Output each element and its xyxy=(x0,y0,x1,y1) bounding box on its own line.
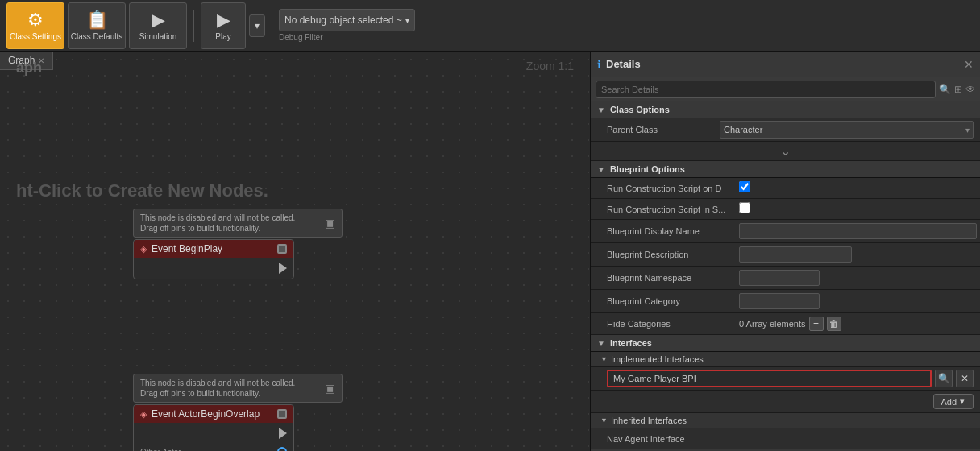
class-defaults-label: Class Defaults xyxy=(71,32,122,41)
array-value-hide-categories: 0 Array elements + 🗑 xyxy=(739,317,977,331)
implemented-interface-input[interactable] xyxy=(607,370,932,387)
add-interface-row: Add ▾ xyxy=(591,391,980,413)
simulation-icon: ▶ xyxy=(152,10,165,31)
prop-label-hide-categories: Hide Categories xyxy=(591,317,736,330)
blueprint-options-title: Blueprint Options xyxy=(610,164,685,174)
overlap-pin[interactable] xyxy=(277,447,287,451)
description-input[interactable] xyxy=(739,246,852,263)
implemented-interfaces-header[interactable]: ▼ Implemented Interfaces xyxy=(591,352,980,367)
blueprint-options-arrow: ▼ xyxy=(597,165,605,174)
prop-row-category: Blueprint Category xyxy=(591,290,980,313)
node-warning-overlap: This node is disabled and will not be ca… xyxy=(133,374,343,403)
class-defaults-button[interactable]: 📋 Class Defaults xyxy=(68,2,126,49)
prop-label-namespace: Blueprint Namespace xyxy=(591,271,736,284)
add-label: Add xyxy=(941,397,957,407)
prop-row-run-construction-2: Run Construction Script in S... xyxy=(591,199,980,220)
prop-row-display-name: Blueprint Display Name xyxy=(591,220,980,243)
node-warning-icon-2[interactable]: ▣ xyxy=(325,382,335,395)
prop-value-hide-categories: 0 Array elements + 🗑 xyxy=(736,315,980,333)
inherited-interfaces-header[interactable]: ▼ Inherited Interfaces xyxy=(591,413,980,428)
bp-node-2[interactable]: ◈ Event ActorBeginOverlap Other Actor xyxy=(133,404,294,451)
play-dropdown-button[interactable]: ▾ xyxy=(249,14,265,37)
event-icon-2: ◈ xyxy=(140,409,147,420)
play-button[interactable]: ▶ Play xyxy=(201,2,246,49)
debug-filter-text: No debug object selected ~ xyxy=(284,14,402,26)
node-title-1: Event BeginPlay xyxy=(152,243,222,254)
class-settings-icon: ⚙ xyxy=(27,10,44,31)
play-label: Play xyxy=(215,32,230,41)
run-construction-1-checkbox[interactable] xyxy=(739,181,750,192)
prop-row-namespace: Blueprint Namespace xyxy=(591,267,980,290)
prop-label-description: Blueprint Description xyxy=(591,248,736,261)
blueprint-node-beginplay: This node is disabled and will not be ca… xyxy=(133,209,343,279)
node-header-2: ◈ Event ActorBeginOverlap xyxy=(134,405,293,423)
details-search-bar: 🔍 ⊞ 👁 xyxy=(591,77,980,101)
class-settings-button[interactable]: ⚙ Class Settings xyxy=(6,2,64,49)
interfaces-title: Interfaces xyxy=(610,338,652,348)
parent-class-select-wrap: Character ▾ xyxy=(720,121,974,139)
interfaces-arrow: ▼ xyxy=(597,339,605,348)
class-options-section-header[interactable]: ▼ Class Options xyxy=(591,101,980,118)
grid-icon[interactable]: ⊞ xyxy=(954,84,962,95)
details-panel: ℹ Details ✕ 🔍 ⊞ 👁 ▼ Class Options Parent… xyxy=(590,52,980,451)
parent-class-label: Parent Class xyxy=(607,125,720,134)
eye-icon[interactable]: 👁 xyxy=(965,84,975,95)
debug-filter-dropdown[interactable]: No debug object selected ~ ▾ xyxy=(279,9,415,31)
class-settings-label: Class Settings xyxy=(10,32,61,41)
add-interface-button[interactable]: Add ▾ xyxy=(933,394,974,409)
exec-pin-out-2[interactable] xyxy=(279,428,287,439)
node-break-pin-2[interactable] xyxy=(277,409,287,419)
array-delete-button[interactable]: 🗑 xyxy=(827,317,841,331)
array-add-button[interactable]: + xyxy=(809,317,824,331)
prop-row-run-construction-1: Run Construction Script on D xyxy=(591,178,980,199)
details-body: ▼ Class Options Parent Class Character ▾… xyxy=(591,101,980,451)
prop-value-run-construction-1 xyxy=(736,180,980,197)
simulation-button[interactable]: ▶ Simulation xyxy=(129,2,187,49)
details-close-button[interactable]: ✕ xyxy=(964,58,974,71)
class-defaults-icon: 📋 xyxy=(86,10,108,31)
debug-filter-sub-label: Debug Filter xyxy=(279,33,322,42)
parent-class-dropdown-arrow: ▾ xyxy=(965,126,970,134)
parent-class-value: Character xyxy=(724,125,762,134)
node-warning-text-1: This node is disabled and will not be ca… xyxy=(140,213,325,234)
blueprint-node-actoroverlap: This node is disabled and will not be ca… xyxy=(133,374,343,451)
interface-delete-button[interactable]: ✕ xyxy=(956,370,974,387)
interfaces-section-header[interactable]: ▼ Interfaces xyxy=(591,335,980,352)
graph-area[interactable]: Graph ✕ aph Zoom 1:1 ht-Click to Create … xyxy=(0,52,590,451)
hint-text: ht-Click to Create New Nodes. xyxy=(16,180,268,201)
namespace-input[interactable] xyxy=(739,270,820,286)
node-footer-2: Other Actor xyxy=(134,444,293,451)
node-pin-area-2 xyxy=(134,423,293,444)
inherited-interfaces-title: Inherited Interfaces xyxy=(611,416,687,425)
node-warning-beginplay: This node is disabled and will not be ca… xyxy=(133,209,343,238)
graph-title: aph xyxy=(16,60,42,77)
node-title-2: Event ActorBeginOverlap xyxy=(152,408,260,420)
exec-pin-out-1[interactable] xyxy=(279,263,287,274)
implemented-interfaces-title: Implemented Interfaces xyxy=(611,354,704,364)
pin-label-other-actor: Other Actor xyxy=(140,448,181,452)
interface-search-button[interactable]: 🔍 xyxy=(935,370,953,387)
node-pin-area-1 xyxy=(134,258,293,279)
parent-class-select[interactable]: Character ▾ xyxy=(720,121,974,139)
details-search-input[interactable] xyxy=(596,81,936,98)
node-break-pin-1[interactable] xyxy=(277,244,287,254)
display-name-input[interactable] xyxy=(739,223,977,239)
run-construction-2-checkbox[interactable] xyxy=(739,202,750,213)
prop-label-run-construction-1: Run Construction Script on D xyxy=(591,182,736,195)
category-input[interactable] xyxy=(739,293,820,309)
nav-agent-interface-label: Nav Agent Interface xyxy=(591,432,736,445)
node-header-1: ◈ Event BeginPlay xyxy=(134,240,293,258)
prop-row-description: Blueprint Description xyxy=(591,243,980,267)
prop-label-category: Blueprint Category xyxy=(591,295,736,308)
blueprint-options-section-header[interactable]: ▼ Blueprint Options xyxy=(591,161,980,178)
simulation-label: Simulation xyxy=(139,32,177,41)
prop-value-run-construction-2 xyxy=(736,201,980,217)
details-header: ℹ Details ✕ xyxy=(591,52,980,77)
class-options-title: Class Options xyxy=(610,105,670,114)
bp-node-1[interactable]: ◈ Event BeginPlay xyxy=(133,239,294,279)
search-icon: 🔍 xyxy=(939,84,951,95)
toolbar-divider-2 xyxy=(272,10,272,42)
prop-value-namespace xyxy=(736,268,980,288)
parent-class-row: Parent Class Character ▾ xyxy=(591,118,980,142)
node-warning-icon-1[interactable]: ▣ xyxy=(325,217,335,230)
